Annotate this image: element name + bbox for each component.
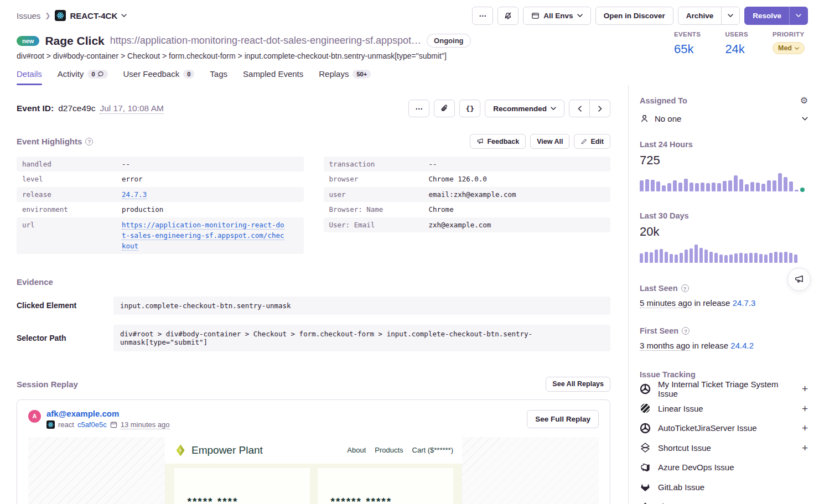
highlight-row: urlhttps://application-monitoring-react-… [17, 217, 304, 254]
person-icon [640, 114, 649, 123]
help-icon[interactable]: ? [681, 284, 689, 292]
chevron-down-icon [728, 14, 733, 17]
last-24-hours-count: 725 [640, 153, 808, 168]
issue-tracking-item[interactable]: GitLab Issue [640, 477, 808, 497]
selector-path-label: Selector Path [17, 334, 113, 342]
chevron-down-icon [577, 14, 583, 17]
feedback-floating-button[interactable] [787, 268, 811, 291]
add-issue-link-button[interactable]: + [802, 423, 808, 433]
ticket-system-icon [640, 423, 651, 434]
more-options-button[interactable]: ⋯ [472, 7, 493, 25]
issue-tracking-item[interactable]: AutoTicketJiraServer Issue + [640, 418, 808, 438]
tab-activity[interactable]: Activity 0 [58, 69, 108, 85]
events-stat-label: EVENTS [674, 31, 701, 38]
help-icon[interactable]: ? [85, 138, 93, 146]
event-highlights-heading: Event Highlights ? [17, 137, 93, 146]
masked-product-title: ***** **** [188, 496, 297, 504]
replay-preview[interactable]: Empower Plant About Products Cart ($****… [28, 437, 599, 504]
environment-selector-label: All Envs [543, 12, 573, 20]
environment-selector[interactable]: All Envs [523, 7, 590, 25]
project-name: REACT-4CK [70, 11, 117, 20]
jira-icon [640, 501, 651, 504]
avatar: A [28, 410, 41, 423]
url-link[interactable]: https://application-monitoring-react-dot… [122, 221, 284, 251]
pencil-icon [580, 138, 587, 145]
last-seen-ago[interactable]: 5 minutes ago [640, 298, 692, 308]
highlight-row: handled-- [17, 157, 304, 172]
nav-about: About [347, 446, 366, 454]
chevron-left-icon [578, 106, 582, 112]
archive-button[interactable]: Archive [678, 7, 722, 25]
assignee-dropdown[interactable]: No one [640, 114, 808, 123]
tab-user-feedback[interactable]: User Feedback0 [123, 69, 195, 85]
replay-time-ago[interactable]: 13 minutes ago [121, 420, 170, 429]
gear-icon[interactable]: ⚙ [800, 96, 808, 105]
replay-card: A afk@example.com react c5af0e5c 13 minu [17, 399, 610, 504]
project-selector[interactable]: REACT-4CK [55, 10, 127, 21]
tab-replays[interactable]: Replays50+ [319, 69, 371, 85]
add-issue-link-button[interactable]: + [802, 403, 808, 414]
chevron-down-icon [121, 14, 127, 17]
issue-tracking-heading: Issue Tracking [640, 370, 808, 379]
nav-products: Products [375, 446, 403, 454]
view-all-button[interactable]: View All [530, 134, 569, 149]
evidence-heading: Evidence [17, 277, 610, 287]
event-more-options-button[interactable]: ⋯ [408, 100, 429, 117]
resolve-button[interactable]: Resolve [744, 7, 790, 25]
chevron-down-icon [802, 117, 808, 121]
open-in-discover-button[interactable]: Open in Discover [595, 7, 673, 25]
add-issue-link-button[interactable]: + [802, 383, 808, 394]
empower-plant-nav: About Products Cart ($******) [347, 446, 453, 454]
masked-product-title: ****** ***** [331, 496, 440, 504]
replay-id-link[interactable]: c5af0e5c [77, 420, 107, 429]
mute-alerts-button[interactable] [497, 7, 519, 25]
empower-plant-brand: Empower Plant [174, 444, 263, 457]
issue-tracking-item[interactable]: Azure DevOps Issue [640, 458, 808, 477]
json-button[interactable]: {} [459, 100, 480, 117]
first-seen-release-link[interactable]: 24.4.2 [730, 341, 754, 350]
copy-link-button[interactable] [434, 100, 455, 117]
assignee-value: No one [655, 114, 681, 123]
window-icon [531, 12, 540, 20]
resolve-dropdown-button[interactable] [789, 7, 808, 25]
highlight-row: release24.7.3 [17, 187, 304, 202]
issue-tracking-item[interactable]: Shortcut Issue + [640, 438, 808, 458]
issue-tracking-item[interactable]: My Internal Ticket Triage System Issue + [640, 379, 808, 399]
next-event-button[interactable] [589, 100, 610, 117]
empower-plant-logo-icon [174, 444, 187, 457]
react-platform-icon [46, 420, 55, 429]
feedback-button[interactable]: Feedback [470, 134, 526, 149]
add-issue-link-button[interactable]: + [802, 443, 808, 453]
tab-sampled-events[interactable]: Sampled Events [243, 69, 303, 85]
tab-tags[interactable]: Tags [210, 69, 227, 85]
event-timestamp[interactable]: Jul 17, 10:08 AM [100, 103, 163, 114]
paperclip-icon [440, 104, 449, 113]
edit-highlights-button[interactable]: Edit [574, 134, 610, 149]
event-selector-label: Recommended [493, 105, 547, 113]
archive-dropdown-button[interactable] [721, 7, 740, 25]
new-issue-badge: new [17, 36, 39, 46]
highlights-table-right: transaction-- browserChrome 126.0.0 user… [324, 157, 611, 254]
last-seen-release-link[interactable]: 24.7.3 [733, 298, 756, 308]
session-replay-heading: Session Replay [17, 380, 78, 389]
event-selector-dropdown[interactable]: Recommended [485, 100, 564, 117]
chevron-down-icon [551, 107, 556, 110]
tab-details[interactable]: Details [17, 69, 42, 85]
help-icon[interactable]: ? [682, 327, 690, 335]
issue-tracking-item[interactable]: Linear Issue + [640, 399, 808, 419]
see-full-replay-button[interactable]: See Full Replay [527, 410, 599, 428]
release-link[interactable]: 24.7.3 [122, 190, 147, 199]
first-seen-ago[interactable]: 3 months ago [640, 341, 690, 351]
issue-tracking-item[interactable]: Jira Issue [640, 497, 808, 504]
users-count-link[interactable]: 24k [725, 42, 748, 56]
breadcrumb-issues-link[interactable]: Issues [17, 11, 40, 20]
azure-devops-icon [640, 462, 651, 473]
bell-slash-icon [504, 11, 512, 20]
events-count-link[interactable]: 65k [674, 42, 701, 56]
highlight-row: browserChrome 126.0.0 [324, 172, 611, 186]
replay-user-link[interactable]: afk@example.com [46, 409, 170, 418]
priority-dropdown[interactable]: Med [773, 42, 805, 54]
breadcrumb: Issues ❯ REACT-4CK [17, 10, 127, 21]
previous-event-button[interactable] [569, 100, 590, 117]
see-all-replays-button[interactable]: See All Replays [546, 377, 610, 392]
